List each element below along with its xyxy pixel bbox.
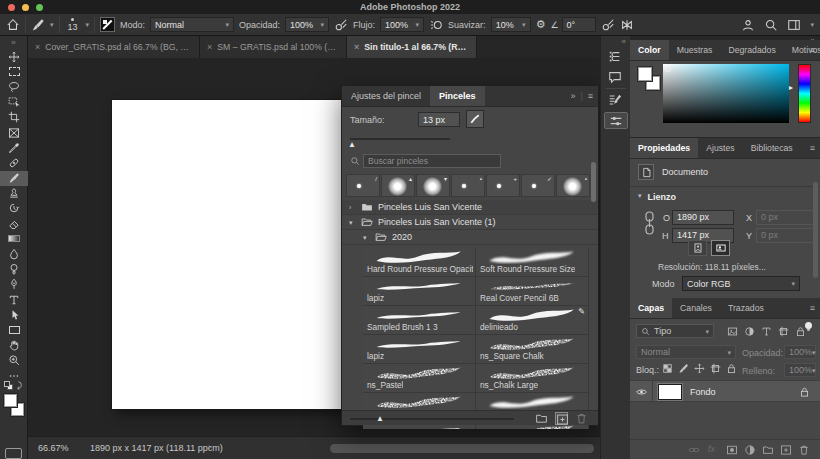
brush-item[interactable]: Soft Round Pressure Size xyxy=(476,248,589,277)
smoothing-dropdown[interactable]: 10%▾ xyxy=(491,17,531,32)
recent-brush[interactable]: ▪ xyxy=(451,174,485,197)
tab-color[interactable]: Color xyxy=(630,40,669,60)
pen-tool[interactable] xyxy=(0,277,28,292)
clone-stamp-tool[interactable] xyxy=(0,186,28,201)
healing-brush-tool[interactable] xyxy=(0,155,28,170)
add-layer-mask-icon[interactable] xyxy=(726,444,739,457)
new-group-folder-icon[interactable] xyxy=(535,412,548,425)
flow-dropdown[interactable]: 100%▾ xyxy=(380,17,424,32)
brush-item[interactable]: lapiz xyxy=(363,335,476,364)
brush-settings-panel-icon[interactable] xyxy=(608,93,624,107)
x-field[interactable]: 0 px xyxy=(756,210,814,225)
delete-brush-icon[interactable] xyxy=(575,412,588,425)
color-mode-dropdown[interactable]: Color RGB▾ xyxy=(682,276,800,291)
brush-item[interactable]: lapiz xyxy=(363,277,476,306)
close-icon[interactable]: × xyxy=(354,42,359,52)
panel-menu-icon[interactable]: ≡ xyxy=(810,138,815,159)
preview-size-slider-track[interactable] xyxy=(350,418,514,420)
color-swatches[interactable] xyxy=(638,67,664,93)
pressure-size-icon[interactable] xyxy=(601,18,615,32)
eyedropper-tool[interactable] xyxy=(0,140,28,155)
symmetry-butterfly-icon[interactable] xyxy=(620,18,634,32)
gear-icon[interactable]: ⚙ xyxy=(536,18,546,31)
filter-adjustment-layers-icon[interactable] xyxy=(743,324,756,338)
layer-visibility-eye-icon[interactable] xyxy=(635,386,648,398)
eraser-tool[interactable] xyxy=(0,216,28,231)
new-group-icon[interactable] xyxy=(762,444,775,457)
lasso-tool[interactable] xyxy=(0,79,28,94)
brush-tool[interactable] xyxy=(0,171,28,186)
layer-opacity-dropdown[interactable]: 100%▾ xyxy=(784,345,816,359)
layer-row-background[interactable]: Fondo xyxy=(630,380,820,402)
hand-tool[interactable] xyxy=(0,338,28,353)
expand-dock-icon[interactable]: « xyxy=(601,36,630,47)
tree-closed-icon[interactable]: › xyxy=(349,200,356,215)
shape-tool[interactable] xyxy=(0,322,28,337)
comments-panel-icon[interactable] xyxy=(608,70,624,84)
document-tab[interactable]: × SM – GRATIS.psd al 100% (RGB/8#) xyxy=(200,36,347,58)
recent-brush[interactable]: ▪ xyxy=(556,174,590,197)
brush-tool-preset-icon[interactable] xyxy=(31,18,45,32)
lock-artboard-icon[interactable] xyxy=(710,363,721,374)
foreground-color-swatch[interactable] xyxy=(4,394,17,407)
delete-layer-icon[interactable] xyxy=(798,444,811,457)
tab-brushes[interactable]: Pinceles xyxy=(430,86,485,106)
tab-swatches[interactable]: Muestras xyxy=(669,40,721,60)
layer-thumbnail[interactable] xyxy=(658,384,682,400)
layer-filter-dropdown[interactable]: Tipo ▾ xyxy=(636,324,714,338)
tab-adjustments[interactable]: Ajustes xyxy=(698,138,743,158)
close-icon[interactable]: × xyxy=(207,42,212,52)
type-tool[interactable] xyxy=(0,292,28,307)
chevron-down-icon[interactable]: ▾ xyxy=(86,21,90,28)
layer-fill-dropdown[interactable]: 100%▾ xyxy=(784,363,816,377)
new-adjustment-layer-icon[interactable] xyxy=(744,444,757,457)
filter-pixel-layers-icon[interactable] xyxy=(726,324,739,338)
new-brush-icon[interactable] xyxy=(555,412,568,425)
brush-item[interactable]: Real Cover Pencil 6B xyxy=(476,277,589,306)
brush-stroke-preview-button[interactable] xyxy=(466,110,484,128)
object-selection-tool[interactable] xyxy=(0,95,28,110)
layer-effects-fx-icon[interactable]: fx xyxy=(708,444,721,457)
tab-brush-settings[interactable]: Ajustes del pincel xyxy=(342,86,430,106)
tree-open-icon[interactable]: ▾ xyxy=(363,230,370,245)
crop-tool[interactable] xyxy=(0,110,28,125)
frame-tool[interactable] xyxy=(0,125,28,140)
landscape-orientation-button[interactable] xyxy=(711,240,730,256)
brush-item-selected[interactable]: ✎delinieado xyxy=(476,306,589,335)
panel-menu-icon[interactable]: ≡ xyxy=(810,298,815,319)
size-slider-thumb[interactable]: ▲ xyxy=(348,141,356,149)
toolbar-collapse-icon[interactable]: » xyxy=(0,36,27,49)
brush-item[interactable]: ns_Pastel xyxy=(363,364,476,393)
brush-item[interactable]: Sampled Brush 1 3 xyxy=(363,306,476,335)
hue-slider[interactable] xyxy=(798,64,811,123)
portrait-orientation-button[interactable] xyxy=(688,240,707,256)
panel-scrollbar[interactable] xyxy=(813,182,818,278)
tree-open-icon[interactable]: ▾ xyxy=(349,215,356,230)
filter-shape-layers-icon[interactable] xyxy=(777,324,790,338)
blend-mode-dropdown[interactable]: Normal▾ xyxy=(150,17,234,32)
recent-brush[interactable]: ▾ xyxy=(416,174,450,197)
brush-group-row[interactable]: › Pinceles Luis San Vicente xyxy=(342,200,598,215)
brush-item[interactable]: ns_Chalk Large xyxy=(476,364,589,393)
marquee-tool[interactable] xyxy=(0,64,28,79)
tab-gradients[interactable]: Degradados xyxy=(720,40,783,60)
workspace-switcher-icon[interactable] xyxy=(787,18,801,32)
default-colors-icon[interactable] xyxy=(4,381,13,390)
path-selection-tool[interactable] xyxy=(0,307,28,322)
new-layer-icon[interactable] xyxy=(780,444,793,457)
dodge-tool[interactable] xyxy=(0,262,28,277)
tab-paths[interactable]: Trazados xyxy=(720,298,772,318)
brush-item[interactable]: ns_Square Chalk xyxy=(476,335,589,364)
document-tab[interactable]: × Cover_GRATIS.psd al 66.7% (BG, RGB/8#) xyxy=(28,36,200,58)
blur-tool[interactable] xyxy=(0,246,28,261)
history-panel-icon[interactable] xyxy=(608,50,624,64)
preview-size-slider-thumb[interactable]: ▲ xyxy=(376,414,384,423)
panel-collapse-icon[interactable]: » xyxy=(570,86,575,107)
saturation-brightness-field[interactable] xyxy=(663,64,789,123)
move-tool[interactable] xyxy=(0,49,28,64)
brushes-panel-icon-active[interactable] xyxy=(604,112,628,129)
zoom-tool[interactable] xyxy=(0,353,28,368)
brush-angle-field[interactable]: ∠0° xyxy=(551,17,596,32)
blend-mode-dropdown[interactable]: Normal▾ xyxy=(636,345,736,359)
filter-type-layers-icon[interactable] xyxy=(760,324,773,338)
